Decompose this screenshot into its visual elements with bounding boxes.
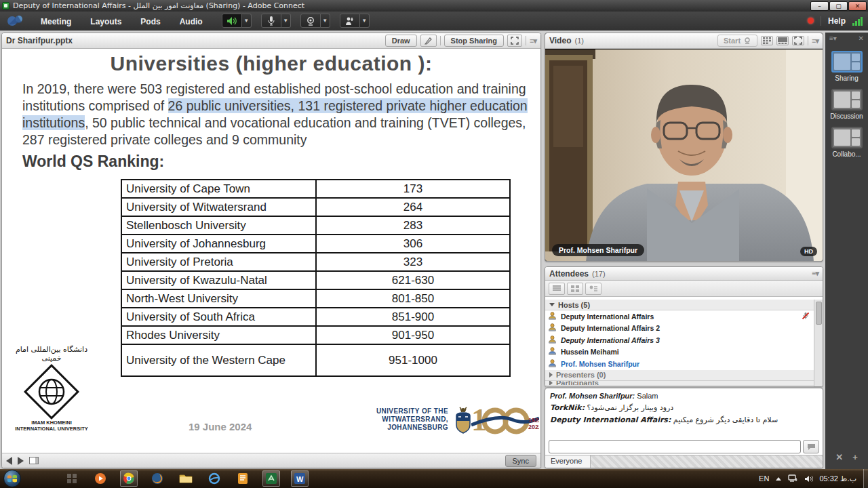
attendees-toolbar — [545, 281, 823, 297]
hosts-section-header[interactable]: Hosts (5) — [545, 300, 815, 310]
microphone-button[interactable] — [261, 14, 281, 28]
sync-button[interactable]: Sync — [505, 455, 536, 467]
expand-icon — [549, 372, 553, 378]
chat-input[interactable] — [549, 440, 801, 453]
shared-document-title: Dr Sharifpur.pptx — [6, 36, 73, 45]
grid-view-icon[interactable] — [761, 36, 773, 45]
filmstrip-view-icon[interactable] — [776, 36, 789, 45]
maximize-button[interactable]: ▢ — [829, 1, 848, 11]
attendee-list-view-icon[interactable] — [549, 283, 565, 295]
media-player-taskbar-icon[interactable] — [92, 470, 109, 487]
menu-meeting[interactable]: Meeting — [31, 17, 81, 26]
help-menu[interactable]: Help — [828, 16, 846, 26]
video-pod: Video (1) Start ≡▾ — [545, 33, 823, 262]
add-layout-icon[interactable]: + — [852, 452, 858, 462]
clock[interactable]: 05:32 ب.ظ — [819, 474, 856, 483]
video-fullscreen-icon[interactable] — [792, 36, 804, 45]
attendee-row[interactable]: Prof. Mohsen Sharifpur — [545, 358, 815, 370]
presenters-section-header[interactable]: Presenters (0) — [545, 370, 815, 381]
volume-icon[interactable] — [804, 475, 813, 483]
chat-tab-everyone[interactable]: Everyone — [545, 455, 591, 468]
internet-explorer-taskbar-icon[interactable] — [205, 470, 223, 487]
attendee-list: Hosts (5)Deputy International AffairsDep… — [545, 300, 815, 386]
system-tray: EN 05:32 ب.ظ — [759, 474, 863, 483]
language-indicator[interactable]: EN — [759, 474, 769, 483]
attendee-row[interactable]: Hussein Meihami — [545, 346, 815, 359]
share-pod-footer: Sync — [2, 453, 540, 468]
word-taskbar-icon[interactable]: W — [291, 470, 309, 487]
rank-cell: 801-850 — [316, 289, 510, 308]
adobe-connect-taskbar-icon[interactable] — [262, 470, 280, 487]
chrome-taskbar-icon[interactable] — [120, 470, 138, 487]
layout-thumbnail-icon — [831, 89, 863, 110]
previous-slide-button[interactable] — [6, 457, 12, 465]
attendees-scrollbar[interactable] — [814, 300, 823, 386]
close-button[interactable]: ✕ — [848, 1, 867, 11]
rank-cell: 323 — [316, 253, 510, 271]
expand-icon — [549, 381, 553, 386]
attendee-grid-view-icon[interactable] — [567, 283, 583, 295]
table-row: North-West University801-850 — [121, 289, 510, 308]
start-button[interactable] — [3, 470, 21, 487]
university-name-cell: University of Pretoria — [121, 253, 316, 271]
layout-item-discussion[interactable]: Discussion — [830, 89, 864, 120]
slide-panel-toggle-icon[interactable] — [29, 457, 39, 464]
layout-label: Discussion — [830, 113, 864, 120]
attendee-name: Prof. Mohsen Sharifpur — [561, 360, 639, 368]
chat-text: سلام تا دقایقی دیگر شروع میکنیم — [671, 415, 778, 424]
chat-sender: Deputy International Affairs: — [550, 415, 671, 424]
network-icon[interactable] — [788, 474, 798, 483]
ikiu-caption-2: INTERNATIONAL UNIVERSITY — [10, 426, 93, 432]
attendee-row[interactable]: Deputy International Affairs 3 — [545, 334, 815, 346]
menu-pods[interactable]: Pods — [131, 17, 170, 26]
university-name-cell: Rhodes University — [121, 326, 316, 344]
pointer-tool-button[interactable] — [420, 35, 437, 47]
microphone-dropdown[interactable]: ▼ — [281, 14, 291, 28]
draw-button[interactable]: Draw — [385, 35, 417, 47]
next-slide-button[interactable] — [18, 457, 24, 465]
layout-sidebar: ≡▾ ✕ SharingDiscussionCollabo... ✕ + — [825, 33, 868, 469]
university-name-cell: University of Johannesburg — [121, 235, 316, 253]
attendees-pod-menu-icon[interactable]: ≡▾ — [812, 269, 818, 278]
minimize-button[interactable]: – — [810, 1, 829, 11]
raise-hand-dropdown[interactable]: ▼ — [360, 14, 370, 28]
attendee-row[interactable]: Deputy International Affairs 2 — [545, 323, 815, 335]
pinned-grid-taskbar-icon[interactable] — [63, 470, 81, 487]
share-pod-menu-icon[interactable]: ≡▾ — [530, 37, 536, 45]
layout-item-sharing[interactable]: Sharing — [830, 51, 864, 82]
presentation-slide: Universities (higher education ): In 201… — [2, 49, 540, 453]
video-pod-header: Video (1) Start ≡▾ — [545, 33, 823, 49]
webcam-dropdown[interactable]: ▼ — [321, 14, 330, 28]
attendee-row[interactable]: Deputy International Affairs — [545, 310, 815, 323]
chat-pod: Prof. Mohsen Sharifpur: SalamTorkNik: در… — [545, 388, 823, 468]
show-desktop-button[interactable] — [863, 469, 868, 488]
video-pod-menu-icon[interactable]: ≡▾ — [812, 37, 818, 45]
chat-send-button[interactable] — [803, 440, 819, 453]
layout-sidebar-close-icon[interactable]: ✕ — [859, 35, 864, 42]
start-webcam-button[interactable]: Start — [717, 35, 757, 47]
webcam-button[interactable] — [300, 14, 321, 28]
table-row: Stellenbosch University283 — [121, 216, 510, 235]
speaker-dropdown[interactable]: ▼ — [242, 14, 252, 28]
svg-text:W: W — [296, 475, 304, 483]
attendee-status-view-icon[interactable] — [585, 283, 601, 295]
university-name-cell: University of Kwazulu-Natal — [121, 271, 316, 289]
layout-item-collabo[interactable]: Collabo... — [830, 127, 864, 158]
stop-sharing-button[interactable]: Stop Sharing — [444, 35, 504, 47]
raise-hand-button[interactable] — [340, 14, 360, 28]
hidden-icons-chevron[interactable] — [775, 476, 782, 481]
menu-audio[interactable]: Audio — [170, 17, 212, 26]
speaker-button[interactable] — [222, 14, 242, 28]
layout-sidebar-menu-icon[interactable]: ≡▾ — [829, 35, 837, 42]
firefox-taskbar-icon[interactable] — [149, 470, 166, 487]
qs-ranking-heading: World QS Ranking: — [22, 152, 164, 171]
wits-centenary-icon: 1 1922 2022 — [471, 399, 539, 441]
participants-section-header[interactable]: Participants — [545, 381, 815, 386]
menu-layouts[interactable]: Layouts — [81, 17, 131, 26]
reader-taskbar-icon[interactable] — [234, 470, 252, 487]
ikiu-caption-1: IMAM KHOMEINI — [10, 420, 93, 426]
table-row: University of Witwatersrand264 — [121, 198, 510, 216]
fullscreen-button[interactable] — [507, 35, 522, 47]
file-explorer-taskbar-icon[interactable] — [177, 470, 195, 487]
delete-layout-icon[interactable]: ✕ — [835, 452, 843, 462]
